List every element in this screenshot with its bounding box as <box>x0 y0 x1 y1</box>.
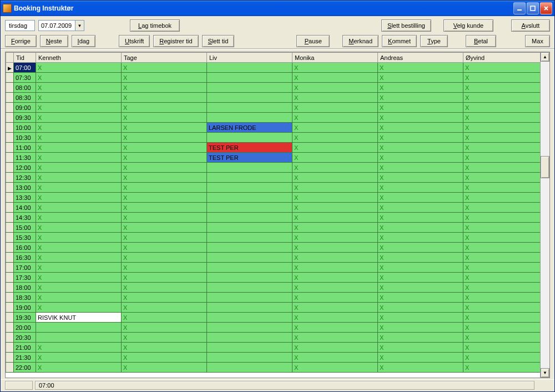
utskrift-button[interactable]: Utskrift <box>119 35 150 47</box>
row-indicator[interactable] <box>6 63 14 73</box>
slot-cell[interactable] <box>292 313 378 323</box>
table-row[interactable]: 15:00 <box>6 223 541 233</box>
slot-cell[interactable] <box>36 213 122 223</box>
table-row[interactable]: 17:00 <box>6 263 541 273</box>
slot-cell[interactable] <box>378 143 463 153</box>
slot-cell[interactable] <box>207 293 292 303</box>
slot-cell[interactable] <box>207 223 292 233</box>
time-cell[interactable]: 07:00 <box>14 63 36 73</box>
slot-cell[interactable] <box>292 123 378 133</box>
slot-cell[interactable] <box>207 303 292 313</box>
table-row[interactable]: 08:30 <box>6 93 541 103</box>
slot-cell[interactable] <box>36 333 122 343</box>
slot-cell[interactable] <box>463 73 541 83</box>
slot-cell[interactable] <box>463 223 541 233</box>
table-row[interactable]: 18:30 <box>6 293 541 303</box>
slot-cell[interactable] <box>36 153 122 163</box>
slot-cell[interactable] <box>207 353 292 363</box>
row-indicator[interactable] <box>6 203 14 213</box>
slot-cell[interactable] <box>207 243 292 253</box>
column-header[interactable]: Liv <box>207 53 292 63</box>
slot-cell[interactable] <box>207 363 292 373</box>
slot-cell[interactable] <box>122 233 207 243</box>
slot-cell[interactable] <box>378 103 463 113</box>
row-indicator[interactable] <box>6 263 14 273</box>
slot-cell[interactable] <box>378 133 463 143</box>
slot-cell[interactable] <box>36 243 122 253</box>
slot-cell[interactable] <box>122 253 207 263</box>
vertical-scrollbar[interactable]: ▲ ▼ <box>540 52 549 378</box>
slot-cell[interactable] <box>36 263 122 273</box>
slot-cell[interactable] <box>292 193 378 203</box>
slett-tid-button[interactable]: Slett tid <box>202 35 235 47</box>
slot-cell[interactable] <box>207 193 292 203</box>
scrollbar-track[interactable] <box>541 62 549 368</box>
time-cell[interactable]: 07:30 <box>14 73 36 83</box>
date-dropdown[interactable]: 07.07.2009 ▼ <box>38 20 84 31</box>
row-indicator[interactable] <box>6 183 14 193</box>
slot-cell[interactable] <box>292 203 378 213</box>
row-indicator[interactable] <box>6 343 14 353</box>
time-cell[interactable]: 14:30 <box>14 213 36 223</box>
slett-bestilling-button[interactable]: Slett bestilling <box>381 19 431 32</box>
table-row[interactable]: 18:00 <box>6 283 541 293</box>
slot-cell[interactable] <box>463 173 541 183</box>
slot-cell[interactable] <box>292 143 378 153</box>
slot-cell[interactable] <box>36 193 122 203</box>
slot-cell[interactable] <box>378 263 463 273</box>
slot-cell[interactable] <box>36 183 122 193</box>
row-indicator[interactable] <box>6 143 14 153</box>
slot-cell[interactable] <box>122 93 207 103</box>
slot-cell[interactable] <box>122 133 207 143</box>
scroll-down-arrow-icon[interactable]: ▼ <box>541 368 549 378</box>
slot-cell[interactable] <box>463 83 541 93</box>
slot-cell[interactable]: LARSEN FRODE <box>207 123 292 133</box>
maximize-button[interactable] <box>527 2 539 14</box>
slot-cell[interactable] <box>292 293 378 303</box>
slot-cell[interactable] <box>463 113 541 123</box>
time-cell[interactable]: 19:00 <box>14 303 36 313</box>
table-row[interactable]: 14:30 <box>6 213 541 223</box>
slot-cell[interactable] <box>292 183 378 193</box>
slot-cell[interactable] <box>463 323 541 333</box>
slot-cell[interactable] <box>378 353 463 363</box>
slot-cell[interactable] <box>207 163 292 173</box>
slot-cell[interactable] <box>122 323 207 333</box>
slot-cell[interactable] <box>378 83 463 93</box>
slot-cell[interactable] <box>207 253 292 263</box>
slot-cell[interactable] <box>378 223 463 233</box>
table-row[interactable]: 16:30 <box>6 253 541 263</box>
slot-cell[interactable] <box>292 263 378 273</box>
slot-cell[interactable] <box>36 363 122 373</box>
slot-cell[interactable] <box>292 213 378 223</box>
time-cell[interactable]: 12:00 <box>14 163 36 173</box>
slot-cell[interactable] <box>207 333 292 343</box>
slot-cell[interactable] <box>463 303 541 313</box>
slot-cell[interactable] <box>36 143 122 153</box>
slot-cell[interactable] <box>207 103 292 113</box>
slot-cell[interactable]: TEST PER <box>207 143 292 153</box>
slot-cell[interactable] <box>122 293 207 303</box>
type-button[interactable]: Type <box>420 35 448 47</box>
slot-cell[interactable] <box>122 143 207 153</box>
slot-cell[interactable] <box>292 73 378 83</box>
slot-cell[interactable] <box>463 103 541 113</box>
slot-cell[interactable] <box>378 63 463 73</box>
slot-cell[interactable] <box>378 203 463 213</box>
slot-cell[interactable] <box>122 313 207 323</box>
slot-cell[interactable] <box>122 223 207 233</box>
table-row[interactable]: 21:00 <box>6 343 541 353</box>
slot-cell[interactable] <box>378 163 463 173</box>
neste-button[interactable]: Neste <box>40 35 68 47</box>
slot-cell[interactable] <box>463 343 541 353</box>
slot-cell[interactable] <box>36 343 122 353</box>
table-row[interactable]: 17:30 <box>6 273 541 283</box>
slot-cell[interactable] <box>207 233 292 243</box>
slot-cell[interactable] <box>122 153 207 163</box>
time-cell[interactable]: 14:00 <box>14 203 36 213</box>
slot-cell[interactable] <box>36 293 122 303</box>
table-row[interactable]: 22:00 <box>6 363 541 373</box>
slot-cell[interactable] <box>463 133 541 143</box>
slot-cell[interactable] <box>207 283 292 293</box>
slot-cell[interactable] <box>463 143 541 153</box>
